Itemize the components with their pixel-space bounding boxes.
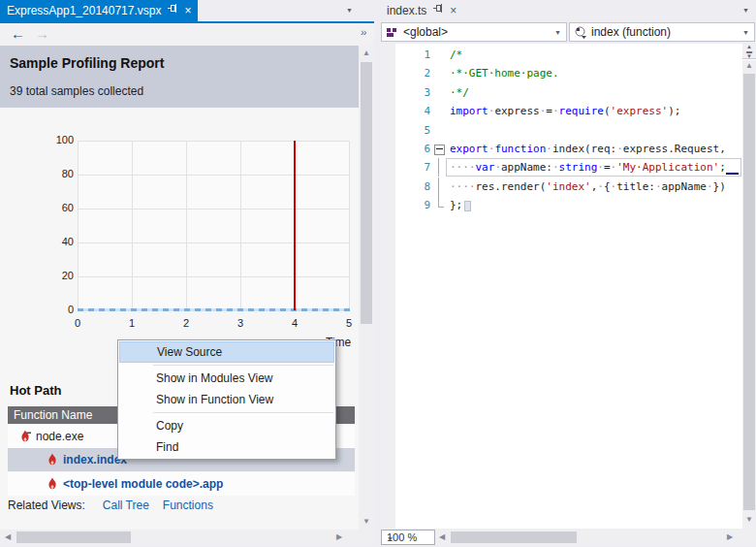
scroll-left-icon[interactable]: ◀ bbox=[439, 533, 445, 541]
related-view-link-functions[interactable]: Functions bbox=[163, 499, 213, 512]
code-text: /* bbox=[450, 46, 462, 64]
chevron-down-icon: ▼ bbox=[742, 29, 749, 36]
scroll-right-icon[interactable]: ▶ bbox=[727, 533, 733, 541]
line-number: 7 bbox=[380, 158, 430, 177]
code-editor[interactable]: 1/*2·*·GET·home·page.3·*/4import·express… bbox=[380, 44, 756, 529]
scroll-down-icon[interactable]: ▼ bbox=[745, 516, 753, 524]
code-line-5[interactable]: 5 bbox=[380, 121, 742, 140]
forward-icon[interactable]: → bbox=[35, 25, 49, 42]
process-flame-icon bbox=[19, 430, 31, 443]
editor-vertical-scrollbar[interactable]: ▲ ▼ bbox=[742, 60, 756, 529]
end-of-file-marker bbox=[464, 201, 471, 211]
profiler-pane: ExpressApp1_20140717.vspx × ▼ ← → ›› Sam… bbox=[0, 0, 374, 547]
zoom-dropdown[interactable]: 100 % ▼ bbox=[381, 530, 435, 545]
code-line-3[interactable]: 3·*/ bbox=[380, 83, 742, 102]
function-name: node.exe bbox=[36, 425, 83, 448]
right-tab-bar: index.ts × ▼ bbox=[380, 0, 756, 21]
report-header-band: Sample Profiling Report 39 total samples… bbox=[0, 46, 359, 108]
scroll-right-icon[interactable]: ▶ bbox=[336, 533, 342, 541]
member-dropdown-value: index (function) bbox=[591, 25, 671, 39]
scroll-up-icon[interactable]: ▲ bbox=[745, 62, 753, 70]
code-line-6[interactable]: 6export·function·index(req:·express.Requ… bbox=[380, 140, 742, 158]
code-text: ·*/ bbox=[450, 83, 469, 102]
menu-separator bbox=[153, 365, 333, 366]
report-horizontal-scrollbar[interactable]: ◀ ▶ bbox=[0, 530, 374, 545]
close-icon[interactable]: × bbox=[450, 5, 457, 16]
code-line-4[interactable]: 4import·express·=·require('express'); bbox=[380, 102, 742, 120]
fold-guide-line bbox=[438, 196, 444, 208]
code-text: ·*·GET·home·page. bbox=[450, 64, 559, 82]
hot-path-title: Hot Path bbox=[10, 383, 61, 398]
related-views: Related Views:Call TreeFunctions bbox=[8, 499, 227, 512]
code-line-1[interactable]: 1/* bbox=[380, 46, 742, 64]
member-dropdown[interactable]: index (function) ▼ bbox=[569, 22, 755, 42]
toolbar-overflow-icon[interactable]: ›› bbox=[361, 26, 365, 38]
function-name: <top-level module code>.app bbox=[63, 472, 223, 496]
menu-separator bbox=[153, 412, 333, 413]
hot-path-row-top-level-module-code-app[interactable]: <top-level module code>.app bbox=[8, 472, 355, 496]
related-view-link-call-tree[interactable]: Call Tree bbox=[103, 499, 149, 512]
method-icon bbox=[574, 26, 587, 43]
flame-icon bbox=[47, 453, 58, 467]
tab-title: index.ts bbox=[387, 4, 426, 17]
scroll-down-icon[interactable]: ▼ bbox=[362, 518, 370, 526]
menu-item-find[interactable]: Find bbox=[119, 436, 334, 458]
chevron-down-icon: ▼ bbox=[554, 29, 561, 36]
chevron-down-icon: ▼ bbox=[387, 535, 430, 542]
back-icon[interactable]: ← bbox=[11, 25, 25, 42]
scroll-up-icon[interactable]: ▲ bbox=[362, 49, 370, 57]
report-title: Sample Profiling Report bbox=[10, 55, 164, 71]
collapse-region-icon[interactable] bbox=[434, 145, 445, 155]
text-caret bbox=[726, 173, 739, 175]
namespace-icon bbox=[386, 26, 398, 42]
close-icon[interactable]: × bbox=[184, 5, 191, 16]
scope-dropdown-value: <global> bbox=[403, 25, 448, 39]
context-menu: View SourceShow in Modules ViewShow in F… bbox=[117, 339, 336, 460]
editor-bottom-bar: 100 % ▼ ◀ ▶ bbox=[380, 529, 756, 546]
code-text: import·express·=·require('express'); bbox=[450, 102, 680, 120]
fold-guide-line bbox=[438, 177, 439, 196]
code-line-7[interactable]: 7····var·appName:·string·=·'My·Applicati… bbox=[380, 158, 742, 177]
menu-item-show-in-modules-view[interactable]: Show in Modules View bbox=[119, 368, 334, 389]
report-toolbar: ← → ›› bbox=[0, 23, 374, 46]
pin-icon[interactable] bbox=[433, 4, 443, 17]
left-tab-bar: ExpressApp1_20140717.vspx × ▼ bbox=[0, 0, 374, 21]
code-line-8[interactable]: 8····res.render('index',·{·title:·appNam… bbox=[380, 177, 742, 196]
menu-item-view-source[interactable]: View Source bbox=[119, 341, 334, 363]
line-number: 1 bbox=[380, 46, 430, 64]
line-number: 6 bbox=[380, 140, 430, 158]
menu-item-copy[interactable]: Copy bbox=[119, 415, 334, 436]
menu-item-show-in-function-view[interactable]: Show in Function View bbox=[119, 389, 334, 410]
flame-icon bbox=[47, 477, 58, 491]
fold-guide-line bbox=[438, 158, 439, 177]
code-text: ····res.render('index',·{·title:·appName… bbox=[450, 177, 726, 196]
editor-navigation-bar: <global> ▼ index (function) ▼ bbox=[380, 21, 756, 44]
editor-splitter-handle[interactable]: ▲▬▼ bbox=[742, 44, 756, 59]
vertical-scrollbar-thumb[interactable] bbox=[743, 74, 755, 510]
scope-dropdown[interactable]: <global> ▼ bbox=[381, 22, 567, 42]
vertical-scrollbar-thumb[interactable] bbox=[361, 62, 372, 324]
code-line-9[interactable]: 9}; bbox=[380, 196, 742, 214]
pin-icon[interactable] bbox=[168, 4, 177, 17]
line-number: 3 bbox=[380, 83, 430, 102]
code-line-2[interactable]: 2·*·GET·home·page. bbox=[380, 64, 742, 82]
line-number: 4 bbox=[380, 102, 430, 120]
related-views-label: Related Views: bbox=[8, 499, 85, 512]
line-number: 9 bbox=[380, 196, 430, 214]
line-number: 5 bbox=[380, 121, 430, 140]
tab-expressapp-vspx[interactable]: ExpressApp1_20140717.vspx × bbox=[0, 0, 198, 21]
line-number: 2 bbox=[380, 64, 430, 82]
tab-title: ExpressApp1_20140717.vspx bbox=[7, 4, 161, 17]
document-list-dropdown-icon[interactable]: ▼ bbox=[346, 7, 353, 14]
scroll-left-icon[interactable]: ◀ bbox=[5, 533, 11, 541]
tab-index-ts[interactable]: index.ts × bbox=[380, 0, 463, 21]
code-text: export·function·index(req:·express.Reque… bbox=[450, 140, 726, 158]
horizontal-scrollbar-thumb[interactable] bbox=[16, 531, 131, 543]
code-text: }; bbox=[450, 196, 471, 214]
editor-horizontal-scrollbar[interactable]: ◀ ▶ bbox=[436, 530, 740, 545]
report-subtitle: 39 total samples collected bbox=[10, 84, 143, 98]
report-vertical-scrollbar[interactable]: ▲ ▼ bbox=[359, 46, 374, 530]
document-list-dropdown-icon[interactable]: ▼ bbox=[742, 7, 749, 14]
horizontal-scrollbar-thumb[interactable] bbox=[451, 531, 577, 543]
code-editor-pane: index.ts × ▼ <global> ▼ bbox=[380, 0, 756, 547]
